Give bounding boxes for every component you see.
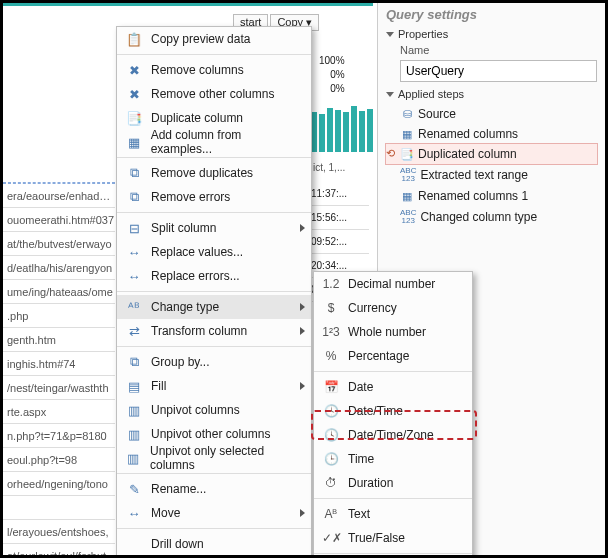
applied-step-renamed-columns[interactable]: ▦Renamed columns (386, 124, 597, 144)
submenu-item-percentage[interactable]: %Percentage (314, 344, 472, 368)
grid-cell[interactable]: rte.aspx (3, 400, 115, 424)
step-icon: ABC123 (400, 209, 416, 225)
column-profile-label: ict, 1,... (313, 162, 345, 173)
menu-item-group-by[interactable]: ⧉Group by... (117, 350, 311, 374)
grid-cell[interactable]: 11:37:... (311, 182, 369, 206)
submenu-item-date-time-zone[interactable]: 🕓Date/Time/Zone (314, 423, 472, 447)
grid-cell[interactable]: n.php?t=71&p=8180 (3, 424, 115, 448)
separator (117, 54, 311, 55)
grid-cell[interactable]: l/erayoues/entshoes, (3, 520, 115, 544)
column-context-menu[interactable]: 📋Copy preview data✖Remove columns✖Remove… (116, 26, 312, 558)
menu-item-remove-other-columns[interactable]: ✖Remove other columns (117, 82, 311, 106)
grid-cell[interactable]: 09:52:... (311, 230, 369, 254)
submenu-label: Date/Time/Zone (348, 428, 434, 442)
step-icon: ▦ (400, 128, 414, 141)
menu-item-add-column-from-examples[interactable]: ▦Add column from examples... (117, 130, 311, 154)
menu-label: Duplicate column (151, 111, 243, 125)
separator (314, 371, 472, 372)
menu-icon: ▤ (125, 379, 143, 394)
submenu-item-whole-number[interactable]: 1²3Whole number (314, 320, 472, 344)
applied-steps-section[interactable]: Applied steps (386, 88, 597, 100)
menu-item-remove-columns[interactable]: ✖Remove columns (117, 58, 311, 82)
separator (117, 473, 311, 474)
chevron-right-icon (300, 327, 305, 335)
type-icon: 🕒 (322, 452, 340, 466)
query-name-input[interactable] (400, 60, 597, 82)
change-type-submenu[interactable]: 1.2Decimal number$Currency1²3Whole numbe… (313, 271, 473, 558)
grid-cell[interactable]: ume/ing/hateaas/ome (3, 280, 115, 304)
menu-icon: ⊟ (125, 221, 143, 236)
grid-cell[interactable]: inghis.htm#74 (3, 352, 115, 376)
submenu-item-duration[interactable]: ⏱Duration (314, 471, 472, 495)
menu-icon: ▥ (125, 451, 142, 466)
menu-item-replace-errors[interactable]: ↔Replace errors... (117, 264, 311, 288)
separator (117, 291, 311, 292)
grid-cell[interactable]: /nest/teingar/wasthth (3, 376, 115, 400)
grid-cell[interactable]: 15:56:... (311, 206, 369, 230)
submenu-label: Duration (348, 476, 393, 490)
menu-icon: ↔ (125, 245, 143, 260)
submenu-label: Currency (348, 301, 397, 315)
separator (117, 346, 311, 347)
grid-cell[interactable]: at/the/butvest/erwayo (3, 232, 115, 256)
submenu-item-currency[interactable]: $Currency (314, 296, 472, 320)
grid-cell[interactable]: ouomeerathi.htm#037 (3, 208, 115, 232)
grid-cell[interactable]: .php (3, 304, 115, 328)
submenu-label: Whole number (348, 325, 426, 339)
menu-item-remove-errors[interactable]: ⧉Remove errors (117, 185, 311, 209)
grid-cell[interactable]: era/eaourse/enhades,... (3, 184, 115, 208)
menu-icon: 📑 (125, 111, 143, 126)
grid-rows: era/eaourse/enhades,...ouomeerathi.htm#0… (3, 182, 115, 558)
submenu-label: Time (348, 452, 374, 466)
grid-cell[interactable]: eoul.php?t=98 (3, 448, 115, 472)
menu-item-drill-down[interactable]: Drill down (117, 532, 311, 556)
applied-step-extracted-text-range[interactable]: ABC123Extracted text range (386, 164, 597, 186)
applied-step-changed-column-type[interactable]: ABC123Changed column type (386, 206, 597, 228)
type-icon: 📅 (322, 380, 340, 394)
menu-item-split-column[interactable]: ⊟Split column (117, 216, 311, 240)
submenu-item-time[interactable]: 🕒Time (314, 447, 472, 471)
menu-item-unpivot-columns[interactable]: ▥Unpivot columns (117, 398, 311, 422)
submenu-label: Percentage (348, 349, 409, 363)
menu-item-replace-values[interactable]: ↔Replace values... (117, 240, 311, 264)
menu-item-remove-duplicates[interactable]: ⧉Remove duplicates (117, 161, 311, 185)
separator (314, 498, 472, 499)
menu-icon: ᴬᴮ (125, 300, 143, 315)
step-icon: ⛁ (400, 108, 414, 121)
type-icon: $ (322, 301, 340, 315)
grid-cell[interactable]: d/eatlha/his/arengyon (3, 256, 115, 280)
submenu-item-date-time[interactable]: 🕓Date/Time (314, 399, 472, 423)
menu-item-duplicate-column[interactable]: 📑Duplicate column (117, 106, 311, 130)
applied-step-renamed-columns-1[interactable]: ▦Renamed columns 1 (386, 186, 597, 206)
submenu-item-text[interactable]: AᴮText (314, 502, 472, 526)
menu-item-rename[interactable]: ✎Rename... (117, 477, 311, 501)
menu-item-change-type[interactable]: ᴬᴮChange type (117, 295, 311, 319)
menu-label: Rename... (151, 482, 206, 496)
grid-cell[interactable]: orheed/ngening/tono (3, 472, 115, 496)
grid-cell[interactable]: at/ourlewit/oul/forbut (3, 544, 115, 558)
menu-item-unpivot-other-columns[interactable]: ▥Unpivot other columns (117, 422, 311, 446)
step-label: Renamed columns (418, 127, 518, 141)
menu-icon: ⧉ (125, 354, 143, 370)
menu-item-fill[interactable]: ▤Fill (117, 374, 311, 398)
menu-icon: ▥ (125, 427, 143, 442)
menu-item-unpivot-only-selected-columns[interactable]: ▥Unpivot only selected columns (117, 446, 311, 470)
submenu-item-date[interactable]: 📅Date (314, 375, 472, 399)
type-icon: ✓✗ (322, 531, 340, 545)
query-settings-title: Query settings (386, 7, 597, 22)
properties-section[interactable]: Properties (386, 28, 597, 40)
menu-icon: ↔ (125, 269, 143, 284)
separator (117, 157, 311, 158)
menu-item-copy-preview-data[interactable]: 📋Copy preview data (117, 27, 311, 51)
applied-step-duplicated-column[interactable]: ⟲📑Duplicated column (386, 144, 597, 164)
applied-step-source[interactable]: ⛁Source (386, 104, 597, 124)
submenu-item-true-false[interactable]: ✓✗True/False (314, 526, 472, 550)
menu-item-transform-column[interactable]: ⇄Transform column (117, 319, 311, 343)
chevron-right-icon (300, 303, 305, 311)
menu-label: Remove duplicates (151, 166, 253, 180)
submenu-item-decimal-number[interactable]: 1.2Decimal number (314, 272, 472, 296)
menu-item-move[interactable]: ↔Move (117, 501, 311, 525)
grid-cell[interactable]: genth.htm (3, 328, 115, 352)
grid-cell[interactable] (3, 496, 115, 520)
menu-icon: ▦ (125, 135, 143, 150)
